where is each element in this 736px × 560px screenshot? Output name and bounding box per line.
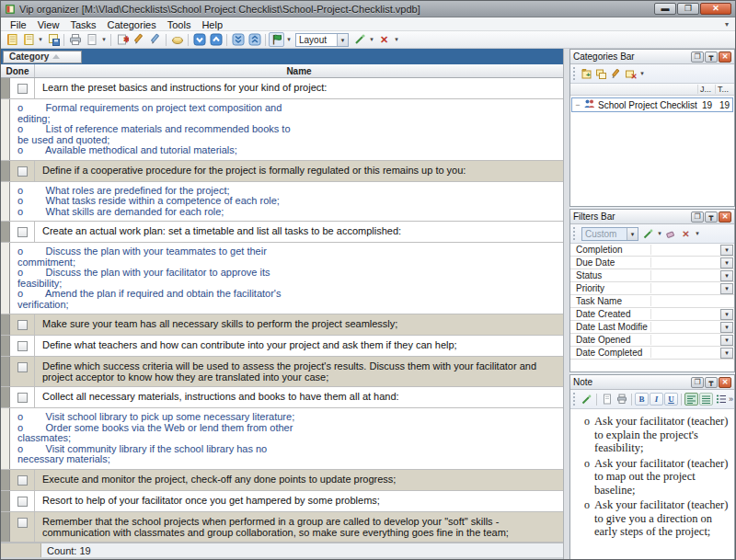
filter-dropdown-icon[interactable]: ▾	[720, 335, 733, 346]
note-restore-icon[interactable]: ❐	[691, 377, 704, 388]
done-checkbox[interactable]	[17, 84, 28, 94]
clear-filter-eraser-icon[interactable]	[664, 227, 678, 240]
categories-close-icon[interactable]: ✕	[719, 51, 731, 63]
open-dropdown-icon[interactable]: ▾	[37, 36, 44, 43]
italic-icon[interactable]: I	[650, 393, 663, 406]
print-icon[interactable]	[67, 32, 83, 47]
apply-filter-dropdown-icon[interactable]: ▾	[656, 230, 663, 237]
move-up-icon[interactable]	[208, 32, 224, 47]
note-content[interactable]: oAsk your facilitator (teacher) to expla…	[570, 409, 734, 560]
task-row[interactable]: Make sure your team has all necessary sk…	[1, 314, 563, 336]
check-off-task-icon[interactable]	[147, 32, 163, 47]
task-row[interactable]: Execute and monitor the project, check-o…	[1, 470, 563, 491]
layout-combobox[interactable]: Layout ▾	[295, 33, 349, 47]
filter-dropdown-icon[interactable]: ▾	[720, 348, 733, 359]
delete-category-icon[interactable]: ✕	[624, 67, 638, 80]
align-left-icon[interactable]	[684, 393, 698, 406]
open-notebook-icon[interactable]	[20, 32, 36, 47]
toolbar-overflow-icon[interactable]: ▾	[725, 20, 731, 29]
column-header-done[interactable]: Done	[1, 64, 35, 77]
apply-filter-wand-icon[interactable]	[641, 227, 655, 240]
customize-dropdown-icon[interactable]: ▾	[368, 36, 375, 43]
categories-restore-icon[interactable]: ❐	[691, 51, 704, 63]
note-close-icon[interactable]: ✕	[719, 377, 731, 388]
new-notebook-icon[interactable]	[4, 32, 19, 47]
categories-col1-header[interactable]: J...	[697, 85, 715, 94]
done-checkbox[interactable]	[17, 475, 28, 486]
filter-preset-arrow-icon[interactable]: ▾	[627, 228, 638, 240]
save-notebook-icon[interactable]	[45, 32, 61, 47]
task-row[interactable]: Create an actual work plan: set a timeta…	[1, 222, 563, 243]
category-group-header[interactable]: Category	[3, 51, 82, 63]
move-down-icon[interactable]	[191, 32, 207, 47]
task-row[interactable]: Collect all necessary materials, instruc…	[1, 387, 563, 408]
task-row[interactable]: Define what teachers and how can contrib…	[1, 336, 563, 357]
menu-file[interactable]: File	[5, 19, 32, 30]
task-row[interactable]: Learn the preset basics and instructions…	[1, 78, 563, 99]
filter-dropdown-icon[interactable]: ▾	[720, 283, 733, 294]
filter-dropdown-icon[interactable]: ▾	[720, 322, 733, 333]
customize-wand-icon[interactable]	[351, 32, 367, 47]
task-row[interactable]: Define if a cooperative procedure for th…	[1, 161, 563, 182]
menu-view[interactable]: View	[32, 19, 65, 30]
layout-combobox-arrow-icon[interactable]: ▾	[337, 34, 348, 46]
note-toolbar-overflow-icon[interactable]: »	[729, 394, 731, 404]
filter-dropdown-icon[interactable]: ▾	[720, 257, 733, 269]
filter-dropdown-icon[interactable]: ▾	[720, 270, 733, 281]
menu-help[interactable]: Help	[196, 19, 228, 30]
edit-task-icon[interactable]	[131, 32, 146, 47]
task-row[interactable]: Define which success criteria will be us…	[1, 357, 563, 387]
note-pin-icon[interactable]: ┳	[705, 377, 718, 388]
minimize-button-icon[interactable]: ▬	[654, 3, 676, 15]
filters-restore-icon[interactable]: ❐	[691, 211, 704, 223]
done-checkbox[interactable]	[17, 518, 28, 528]
filters-more-icon[interactable]: ▾	[694, 230, 701, 237]
menu-tools[interactable]: Tools	[162, 19, 197, 30]
filters-pin-icon[interactable]: ┳	[705, 211, 718, 223]
menu-categories[interactable]: Categories	[102, 19, 162, 30]
task-row[interactable]: Resort to help of your facilitator once …	[1, 491, 563, 512]
categories-col2-header[interactable]: T...	[715, 85, 732, 94]
done-checkbox[interactable]	[17, 497, 28, 507]
task-row[interactable]: Remember that the school projects when p…	[1, 512, 563, 543]
column-header-name[interactable]: Name	[35, 64, 563, 77]
done-checkbox[interactable]	[17, 362, 28, 372]
edit-category-icon[interactable]	[609, 67, 623, 80]
done-checkbox[interactable]	[17, 320, 28, 330]
layout-dropdown-icon[interactable]: ▾	[285, 36, 293, 43]
align-justify-icon[interactable]	[699, 393, 713, 406]
done-checkbox[interactable]	[17, 227, 28, 237]
note-print-icon[interactable]	[615, 393, 628, 406]
close-button-icon[interactable]: ✕	[700, 3, 731, 15]
categories-pin-icon[interactable]: ┳	[705, 51, 718, 63]
tree-collapse-icon[interactable]: −	[572, 100, 583, 109]
underline-icon[interactable]: U	[664, 393, 678, 406]
expand-all-icon[interactable]	[230, 32, 246, 47]
filters-close-icon[interactable]: ✕	[719, 211, 731, 223]
categories-more-icon[interactable]: ▾	[638, 70, 646, 77]
print-preview-icon[interactable]	[84, 32, 99, 47]
new-task-icon[interactable]: ✱	[114, 32, 130, 47]
print-dropdown-icon[interactable]: ▾	[100, 36, 108, 43]
note-wand-icon[interactable]	[580, 393, 593, 406]
add-subcategory-icon[interactable]	[594, 67, 608, 80]
remove-filter-icon[interactable]: ✕	[679, 227, 693, 240]
filter-dropdown-icon[interactable]: ▾	[720, 309, 733, 320]
done-checkbox[interactable]	[17, 393, 28, 403]
collapse-all-icon[interactable]	[247, 32, 262, 47]
menu-tasks[interactable]: Tasks	[64, 19, 101, 30]
maximize-button-icon[interactable]: ❐	[677, 3, 699, 15]
filter-preset-combobox[interactable]: Custom ▾	[581, 227, 638, 241]
filter-dropdown-icon[interactable]: ▾	[720, 245, 733, 256]
done-checkbox[interactable]	[17, 341, 28, 351]
more-tools-icon[interactable]: ▾	[393, 36, 400, 43]
delete-icon[interactable]: ✕	[376, 32, 392, 47]
bold-icon[interactable]: B	[635, 393, 649, 406]
bullet-list-icon[interactable]	[714, 393, 728, 406]
note-new-page-icon[interactable]	[600, 393, 614, 406]
layout-flag-icon[interactable]	[269, 32, 284, 47]
add-category-icon[interactable]: +	[580, 67, 593, 80]
category-item[interactable]: −School Project Checklist1919	[571, 97, 733, 112]
hide-done-icon[interactable]	[169, 32, 185, 47]
done-checkbox[interactable]	[17, 166, 28, 177]
